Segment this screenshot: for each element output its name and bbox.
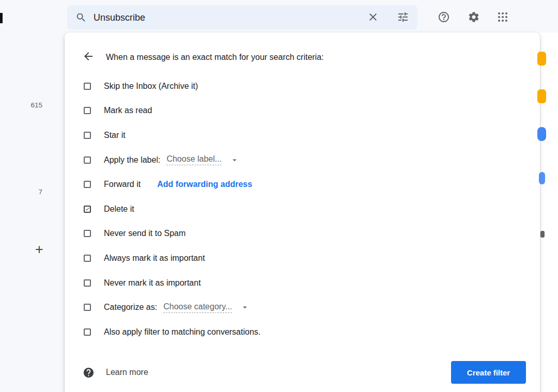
sidebar-label-count: 7 [18,188,42,196]
side-panel-icon-fragment-small [540,231,545,238]
panel-title: When a message is an exact match for you… [106,51,324,64]
create-filter-button[interactable]: Create filter [451,361,526,384]
filter-option-row: Also apply filter to matching conversati… [84,320,519,344]
filter-option-row: Categorize as: Choose category... [84,295,519,320]
option-label: Never mark it as important [104,278,201,288]
option-label: Star it [104,131,126,140]
chevron-down-icon [230,155,239,165]
filter-option-row: Delete it [84,197,519,222]
side-panel-icon-fragment-blue-1[interactable] [537,127,546,141]
search-input[interactable]: Unsubscribe [67,5,417,29]
filter-option-row: Mark as read [84,99,519,123]
option-label: Always mark it as important [104,254,205,263]
help-icon[interactable] [438,11,450,23]
checkbox-never-important[interactable] [84,279,91,287]
side-panel-icon-fragment-blue-2[interactable] [539,172,545,184]
sidebar-add-button[interactable]: + [35,242,43,258]
side-panel-strip [540,33,558,392]
checkbox-mark-read[interactable] [84,107,91,114]
panel-footer: Learn more Create filter [83,361,526,384]
filter-option-row: Apply the label: Choose label... [84,148,519,173]
filter-option-row: Skip the Inbox (Archive it) [84,74,519,99]
checkbox-categorize[interactable] [84,304,91,311]
filter-option-row: Star it [84,123,519,148]
dropdown-value: Choose category... [163,302,232,313]
filter-option-row: Never send it to Spam [84,222,519,246]
option-label: Mark as read [104,106,152,115]
sidebar-unread-count: 615 [18,101,42,109]
clear-search-icon[interactable] [367,11,379,23]
checkbox-delete[interactable] [84,206,91,213]
chevron-down-icon [240,303,250,312]
side-panel-icon-fragment-yellow-1[interactable] [537,52,546,66]
gear-icon[interactable] [468,11,480,23]
side-panel-icon-fragment-yellow-2[interactable] [537,89,546,103]
search-icon [75,12,87,23]
filter-option-row: Always mark it as important [84,246,519,271]
learn-more-link[interactable]: Learn more [83,367,148,379]
choose-label-dropdown[interactable]: Choose label... [166,154,239,165]
add-forwarding-address-link[interactable]: Add forwarding address [157,180,252,189]
checkbox-forward[interactable] [84,181,91,188]
filter-options-list: Skip the Inbox (Archive it) Mark as read… [84,74,519,344]
checkbox-skip-inbox[interactable] [84,83,91,90]
filter-option-row: Never mark it as important [84,271,519,295]
option-label: Forward it [104,180,141,189]
option-label: Delete it [104,205,134,214]
option-label: Apply the label: [104,155,160,165]
dropdown-value: Choose label... [166,154,222,165]
option-label: Skip the Inbox (Archive it) [104,82,198,91]
checkbox-never-spam[interactable] [84,230,91,237]
help-filled-icon [83,367,95,379]
option-label: Also apply filter to matching conversati… [104,327,260,337]
checkbox-always-important[interactable] [84,255,91,262]
option-label: Categorize as: [104,303,157,312]
choose-category-dropdown[interactable]: Choose category... [163,302,250,313]
option-label: Never send it to Spam [104,229,185,238]
back-arrow-icon[interactable] [82,50,95,62]
window-edge-fragment [0,13,3,23]
checkbox-apply-label[interactable] [84,156,91,164]
filter-creation-panel: When a message is an exact match for you… [65,33,540,392]
filter-option-row: Forward it Add forwarding address [84,172,519,197]
search-options-tune-icon[interactable] [397,11,409,23]
learn-more-label: Learn more [106,368,148,377]
apps-grid-icon[interactable] [497,11,509,23]
checkbox-star[interactable] [84,132,91,139]
checkbox-apply-matching[interactable] [84,328,91,336]
search-query-text[interactable]: Unsubscribe [94,12,145,23]
